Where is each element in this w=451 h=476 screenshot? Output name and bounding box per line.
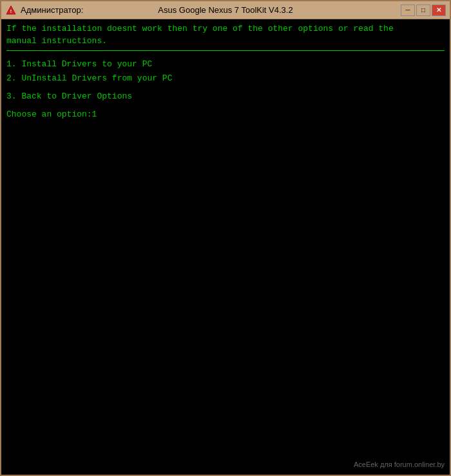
menu-item-1: 1. Install Drivers to your PC [6,57,445,71]
minimize-button[interactable]: ─ [401,5,415,16]
terminal-area: If the installation doesnt work then try… [1,19,450,475]
admin-label: Администратор: [21,5,83,15]
svg-text:!: ! [10,8,13,14]
info-message: If the installation doesnt work then try… [6,23,445,48]
title-bar: ! Администратор: Asus Google Nexus 7 Too… [1,1,450,19]
app-title: Asus Google Nexus 7 ToolKit V4.3.2 [158,5,293,15]
prompt-line: Choose an option:1 [6,109,445,120]
info-line1: If the installation doesnt work then try… [6,24,394,33]
restore-button[interactable]: □ [416,5,430,16]
divider [6,50,445,51]
title-bar-left: ! Администратор: [5,5,83,16]
info-line2: manual instructions. [6,36,107,46]
app-icon: ! [5,5,17,16]
window-controls: ─ □ ✕ [401,5,446,16]
menu-item-3: 3. Back to Driver Options [6,90,445,104]
menu-item-2: 2. UnInstall Drivers from your PC [6,71,445,86]
close-button[interactable]: ✕ [432,5,446,16]
main-window: ! Администратор: Asus Google Nexus 7 Too… [0,0,451,476]
watermark: AceEek для forum.onliner.by [354,460,445,470]
